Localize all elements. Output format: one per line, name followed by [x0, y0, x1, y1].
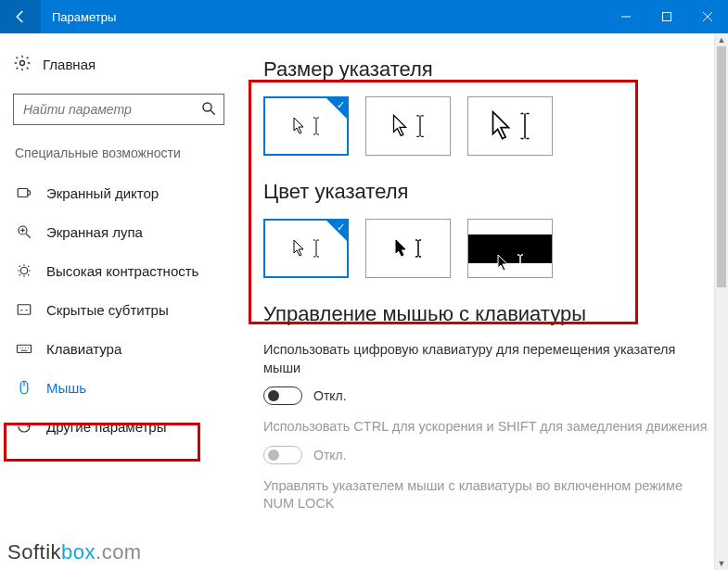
selected-checkmark-icon — [326, 98, 347, 119]
magnifier-icon — [15, 223, 33, 240]
sidebar-item-label: Высокая контрастность — [46, 263, 198, 279]
home-label: Главная — [43, 57, 96, 72]
sidebar-item-label: Экранный диктор — [46, 185, 159, 201]
sidebar-item-mouse[interactable]: Мышь — [13, 368, 224, 407]
gear-icon — [13, 54, 32, 75]
pointer-color-white[interactable] — [263, 219, 349, 278]
maximize-button[interactable] — [646, 0, 687, 33]
sidebar-item-contrast[interactable]: Высокая контрастность — [13, 251, 224, 290]
svg-point-10 — [20, 267, 28, 274]
window-title: Параметры — [41, 10, 116, 24]
pointer-size-medium[interactable] — [365, 96, 451, 156]
scroll-down-icon[interactable]: ▼ — [715, 557, 728, 570]
toggle-ctrl-shift — [263, 446, 302, 464]
scroll-up-icon[interactable]: ▲ — [715, 33, 728, 46]
scrollbar-thumb[interactable] — [717, 46, 726, 287]
close-button[interactable] — [687, 0, 728, 33]
ibeam-icon — [415, 114, 425, 138]
sidebar-item-magnifier[interactable]: Экранная лупа — [13, 212, 224, 251]
cursor-icon — [292, 117, 305, 135]
search-icon — [200, 100, 217, 120]
ibeam-icon — [313, 117, 320, 135]
ibeam-icon — [519, 110, 530, 142]
pointer-size-large[interactable] — [467, 96, 553, 156]
close-icon — [702, 11, 713, 22]
svg-line-7 — [26, 234, 31, 238]
sidebar-item-label: Другие параметры — [46, 419, 167, 435]
svg-rect-12 — [18, 345, 32, 352]
pointer-size-options — [263, 96, 708, 156]
heading-pointer-color: Цвет указателя — [263, 180, 708, 204]
cursor-icon — [292, 239, 305, 258]
sidebar-item-label: Мышь — [46, 380, 86, 396]
sidebar-item-captions[interactable]: Скрытые субтитры — [13, 290, 224, 329]
cursor-icon — [490, 110, 512, 142]
mouse-keys-desc2: Использовать CTRL для ускорения и SHIFT … — [263, 418, 708, 437]
heading-mouse-keys: Управление мышью с клавиатуры — [263, 302, 708, 326]
mouse-icon — [15, 379, 33, 396]
minimize-button[interactable] — [606, 0, 646, 33]
svg-point-3 — [203, 103, 211, 111]
captions-icon — [15, 301, 33, 318]
search-input[interactable] — [13, 94, 224, 125]
minimize-icon — [620, 11, 632, 22]
pointer-color-options — [263, 219, 708, 278]
sidebar: Главная Специальные возможности Экранный… — [0, 33, 237, 570]
sidebar-item-keyboard[interactable]: Клавиатура — [13, 329, 224, 368]
section-heading: Специальные возможности — [13, 146, 224, 160]
sidebar-item-label: Скрытые субтитры — [46, 302, 169, 318]
svg-rect-1 — [663, 13, 671, 21]
cursor-icon — [394, 239, 407, 258]
sidebar-item-narrator[interactable]: Экранный диктор — [13, 173, 224, 212]
mouse-keys-desc1: Использовать цифровую клавиатуру для пер… — [263, 341, 708, 377]
sidebar-item-label: Клавиатура — [46, 341, 121, 357]
ibeam-icon — [313, 239, 320, 258]
toggle-mouse-keys[interactable] — [263, 386, 302, 405]
cursor-icon — [391, 114, 408, 138]
other-icon — [15, 418, 33, 435]
cursor-icon — [496, 254, 509, 272]
selected-checkmark-icon — [326, 221, 347, 241]
toggle-mouse-keys-label: Откл. — [313, 388, 347, 403]
contrast-icon — [15, 262, 33, 279]
home-link[interactable]: Главная — [13, 54, 224, 75]
sidebar-item-label: Экранная лупа — [46, 224, 143, 240]
svg-point-2 — [20, 61, 25, 66]
pointer-color-invert[interactable] — [467, 219, 553, 278]
main-content: Размер указателя Цвет указателя — [237, 33, 728, 570]
mouse-keys-desc3: Управлять указателем мыши с клавиатуры в… — [263, 477, 708, 513]
svg-rect-5 — [18, 189, 28, 197]
pointer-size-small[interactable] — [263, 96, 349, 156]
keyboard-icon — [15, 340, 33, 357]
ibeam-icon — [517, 254, 524, 272]
nav-list: Экранный диктор Экранная лупа Высокая ко… — [13, 173, 224, 446]
narrator-icon — [15, 184, 33, 201]
heading-pointer-size: Размер указателя — [263, 57, 708, 82]
sidebar-item-other[interactable]: Другие параметры — [13, 407, 224, 446]
back-button[interactable] — [0, 0, 41, 33]
svg-line-4 — [211, 110, 215, 115]
ibeam-icon — [415, 239, 422, 258]
maximize-icon — [661, 11, 672, 22]
back-arrow-icon — [12, 8, 29, 25]
svg-rect-11 — [18, 305, 31, 315]
toggle-ctrl-shift-label: Откл. — [313, 448, 347, 462]
scrollbar[interactable]: ▲ ▼ — [714, 33, 728, 570]
watermark: Softikbox.com — [7, 540, 142, 564]
pointer-color-black[interactable] — [365, 219, 451, 278]
